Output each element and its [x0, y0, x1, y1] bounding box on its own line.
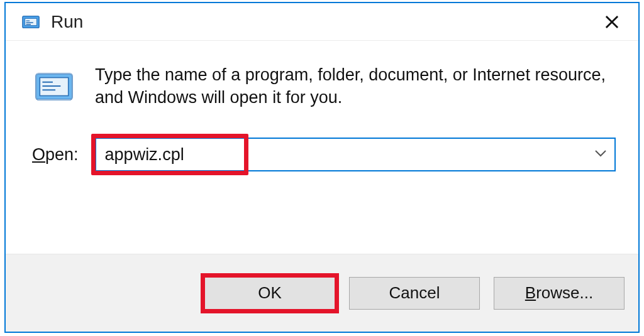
run-icon-large	[31, 63, 77, 110]
cancel-button-label: Cancel	[389, 283, 440, 303]
dialog-body: Type the name of a program, folder, docu…	[6, 41, 638, 254]
close-icon	[604, 14, 620, 30]
close-button[interactable]	[597, 7, 627, 37]
ok-button-label: OK	[258, 283, 282, 303]
run-dialog-window: Run Type the name of a program, folder, …	[4, 2, 640, 333]
button-bar: OK Cancel Browse...	[6, 254, 638, 332]
open-combo-wrap	[95, 138, 616, 171]
open-input[interactable]	[95, 138, 616, 171]
description-row: Type the name of a program, folder, docu…	[31, 63, 616, 110]
run-icon	[19, 11, 42, 33]
browse-button-label: Browse...	[525, 283, 593, 303]
ok-button[interactable]: OK	[204, 277, 335, 310]
titlebar: Run	[6, 3, 638, 41]
window-title: Run	[51, 12, 597, 32]
open-row: Open:	[31, 138, 616, 171]
cancel-button[interactable]: Cancel	[349, 277, 480, 310]
description-text: Type the name of a program, folder, docu…	[95, 63, 611, 109]
browse-button[interactable]: Browse...	[494, 277, 625, 310]
open-label: Open:	[31, 145, 79, 165]
